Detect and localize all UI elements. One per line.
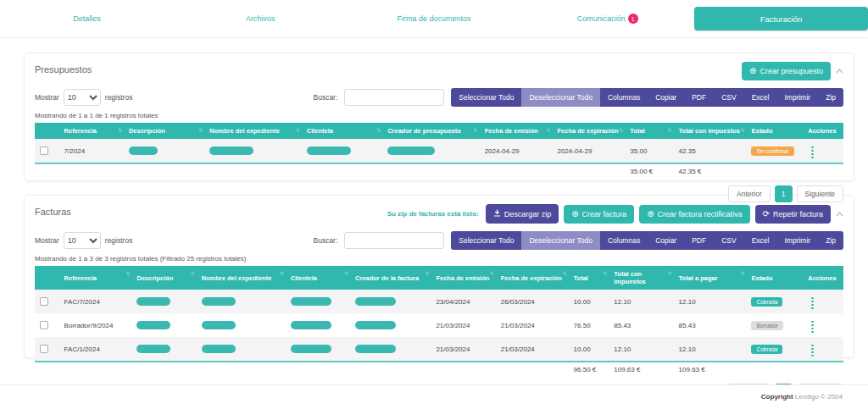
col-nombre-expediente[interactable]: Nombre del expediente bbox=[197, 266, 286, 290]
download-zip-label: Descargar zip bbox=[504, 210, 552, 218]
columns-button[interactable]: Columnas bbox=[600, 88, 648, 107]
col-nombre-expediente[interactable]: Nombre del expediente bbox=[204, 123, 301, 139]
tab-archivos[interactable]: Archivos bbox=[174, 14, 348, 23]
col-total-impuestos[interactable]: Total con impuestos bbox=[609, 266, 673, 290]
col-total[interactable]: Total bbox=[569, 266, 609, 290]
col-fecha-expiracion[interactable]: Fecha de expiración bbox=[553, 123, 626, 139]
next-page-button[interactable]: Siguiente bbox=[797, 185, 843, 202]
col-fecha-emision[interactable]: Fecha de emisión bbox=[431, 266, 495, 290]
redacted-pill bbox=[387, 146, 435, 155]
select-column-header bbox=[35, 266, 59, 290]
page-size-select[interactable]: 10 bbox=[64, 89, 101, 106]
tab-firma-de-documentos[interactable]: Firma de documentos bbox=[348, 14, 521, 23]
row-actions-kebab-icon[interactable] bbox=[808, 146, 817, 160]
row-actions-kebab-icon[interactable] bbox=[808, 320, 817, 334]
col-estado[interactable]: Estado bbox=[746, 123, 803, 139]
zip-ready-label: Su zip de facturas está listo: bbox=[387, 210, 479, 218]
row-checkbox[interactable] bbox=[40, 146, 48, 155]
cell-total: 76.50 bbox=[569, 313, 609, 337]
table-info: Mostrando de 1 a 3 de 3 registros totale… bbox=[35, 255, 843, 263]
totals-total: 35.00 € bbox=[625, 163, 673, 179]
table-info: Mostrando de 1 a 1 de 1 registros totale… bbox=[35, 112, 843, 119]
length-suffix-label: registros bbox=[105, 93, 133, 102]
excel-button[interactable]: Excel bbox=[744, 231, 777, 250]
totals-total-a-pagar: 109.63 € bbox=[674, 362, 747, 377]
pdf-button[interactable]: PDF bbox=[684, 231, 714, 250]
row-actions-kebab-icon[interactable] bbox=[808, 344, 817, 358]
col-creador[interactable]: Creador de la factura bbox=[350, 266, 431, 290]
redacted-pill bbox=[136, 297, 170, 306]
copy-button[interactable]: Copiar bbox=[648, 88, 684, 107]
copy-button[interactable]: Copiar bbox=[648, 231, 684, 250]
create-presupuesto-label: Crear presupuesto bbox=[760, 67, 823, 75]
search-input[interactable] bbox=[344, 232, 444, 249]
tab-comunicacion[interactable]: Comunicación 1 bbox=[520, 14, 694, 24]
zip-button[interactable]: Zip bbox=[818, 231, 843, 250]
tab-comunicacion-label: Comunicación bbox=[577, 14, 626, 23]
length-suffix-label: registros bbox=[105, 236, 133, 245]
col-referencia[interactable]: Referencia bbox=[59, 123, 124, 139]
create-presupuesto-button[interactable]: ⊕ Crear presupuesto bbox=[742, 62, 831, 80]
print-button[interactable]: Imprimir bbox=[776, 231, 818, 250]
create-factura-rectificativa-label: Crear factura rectificativa bbox=[658, 210, 743, 218]
col-descripcion[interactable]: Descripción bbox=[124, 123, 204, 139]
download-icon bbox=[493, 209, 501, 218]
search-input[interactable] bbox=[344, 89, 444, 106]
download-zip-button[interactable]: Descargar zip bbox=[486, 204, 559, 224]
row-checkbox[interactable] bbox=[40, 297, 48, 306]
repetir-factura-button[interactable]: ⟳ Repetir factura bbox=[755, 205, 831, 224]
col-total[interactable]: Total bbox=[625, 123, 673, 139]
plus-circle-icon: ⊕ bbox=[571, 210, 578, 218]
col-clientela[interactable]: Clientela bbox=[302, 123, 382, 139]
col-total-a-pagar[interactable]: Total a pagar bbox=[674, 266, 747, 290]
redacted-pill bbox=[355, 321, 396, 329]
cell-total-a-pagar: 12.10 bbox=[674, 290, 747, 313]
columns-button[interactable]: Columnas bbox=[600, 231, 648, 250]
collapse-chevron-up-icon[interactable] bbox=[836, 212, 843, 217]
col-fecha-emision[interactable]: Fecha de emisión bbox=[480, 123, 553, 139]
excel-button[interactable]: Excel bbox=[744, 88, 777, 107]
col-creador[interactable]: Creador de presupuesto bbox=[382, 123, 479, 139]
collapse-chevron-up-icon[interactable] bbox=[836, 69, 843, 74]
deselect-all-button[interactable]: Deseleccionar Todo bbox=[521, 88, 600, 107]
previous-page-button[interactable]: Anterior bbox=[728, 185, 771, 202]
deselect-all-button[interactable]: Deseleccionar Todo bbox=[521, 231, 600, 250]
row-checkbox[interactable] bbox=[40, 321, 48, 329]
col-fecha-expiracion[interactable]: Fecha de expiración bbox=[496, 266, 569, 290]
facturas-title: Facturas bbox=[35, 204, 71, 217]
totals-row: 96.50 € 109.63 € 109.63 € bbox=[35, 362, 843, 377]
tab-facturacion[interactable]: Facturación bbox=[694, 7, 868, 30]
cell-fecha-emision: 21/03/2024 bbox=[431, 313, 495, 337]
plus-circle-icon: ⊕ bbox=[749, 67, 756, 75]
print-button[interactable]: Imprimir bbox=[776, 88, 818, 107]
tab-detalles-label: Detalles bbox=[73, 14, 101, 23]
csv-button[interactable]: CSV bbox=[714, 231, 743, 250]
status-badge: Cobrada bbox=[751, 297, 782, 307]
create-factura-button[interactable]: ⊕ Crear factura bbox=[564, 205, 634, 224]
tab-detalles[interactable]: Detalles bbox=[0, 14, 174, 23]
create-factura-rectificativa-button[interactable]: ⊕ Crear factura rectificativa bbox=[639, 205, 749, 224]
page-size-select[interactable]: 10 bbox=[64, 232, 101, 249]
length-prefix-label: Mostrar bbox=[35, 236, 59, 245]
col-estado[interactable]: Estado bbox=[746, 266, 803, 290]
cell-total: 35.00 bbox=[625, 139, 673, 163]
pdf-button[interactable]: PDF bbox=[684, 88, 714, 107]
page-footer: Copyright Lexdigo © 2024 bbox=[0, 384, 868, 409]
zip-button[interactable]: Zip bbox=[818, 88, 843, 107]
cell-referencia: FAC/1/2024 bbox=[59, 337, 132, 362]
col-clientela[interactable]: Clientela bbox=[286, 266, 350, 290]
select-all-button[interactable]: Seleccionar Todo bbox=[451, 88, 521, 107]
col-acciones: Acciones bbox=[803, 266, 843, 290]
col-descripcion[interactable]: Descripción bbox=[131, 266, 196, 290]
create-factura-label: Crear factura bbox=[582, 210, 627, 218]
row-checkbox[interactable] bbox=[40, 345, 48, 353]
current-page-button[interactable]: 1 bbox=[775, 185, 793, 202]
status-badge: Sin confirmar bbox=[751, 146, 793, 156]
select-all-button[interactable]: Seleccionar Todo bbox=[451, 231, 521, 250]
csv-button[interactable]: CSV bbox=[714, 88, 743, 107]
cell-total: 10.00 bbox=[569, 337, 609, 362]
col-referencia[interactable]: Referencia bbox=[59, 266, 132, 290]
table-row: FAC/7/2024 23/04/2024 26/03/2024 10.00 1… bbox=[35, 290, 843, 313]
row-actions-kebab-icon[interactable] bbox=[808, 296, 817, 311]
col-total-impuestos[interactable]: Total con impuestos bbox=[674, 123, 747, 139]
